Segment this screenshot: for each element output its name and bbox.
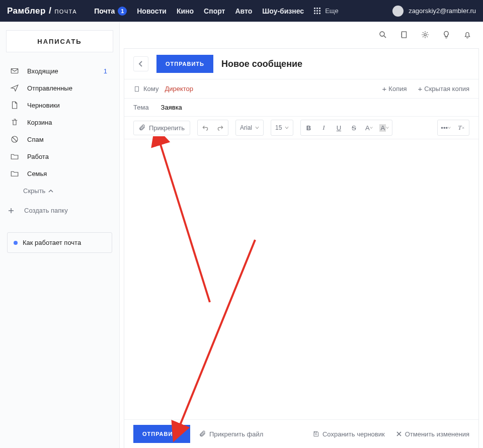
nav-news[interactable]: Новости [137,7,167,15]
avatar[interactable] [392,6,404,17]
bulb-icon[interactable] [442,30,451,41]
clear-format-button[interactable]: T× [454,120,469,135]
create-folder[interactable]: Создать папку [0,200,119,221]
folder-spam[interactable]: Спам [2,131,117,148]
folder-label: Работа [27,153,49,160]
gear-icon[interactable] [421,30,430,41]
font-family-select[interactable]: Arial [236,120,263,135]
create-folder-label: Создать папку [24,207,68,214]
nav-show[interactable]: Шоу-бизнес [262,7,304,15]
send-icon [10,83,19,93]
dot-icon [14,241,18,245]
composer-head: ОТПРАВИТЬ Новое сообщение [124,49,478,79]
help-box[interactable]: Как работает почта [7,232,112,253]
folder-family[interactable]: Семья [2,165,117,182]
logo-main: Рамблер [7,6,46,16]
save-draft-link[interactable]: Сохранить черновик [312,430,385,438]
plus-icon [8,208,14,214]
to-value[interactable]: Директор [165,85,193,93]
folder-label: Черновики [27,102,60,109]
cc-link[interactable]: +Копия [382,84,407,93]
strike-button[interactable]: S [346,120,361,135]
chevron-up-icon [48,189,53,194]
bold-button[interactable]: B [301,120,316,135]
top-nav: Почта 1 Новости Кино Спорт Авто Шоу-бизн… [94,7,304,16]
folder-inbox[interactable]: Входящие 1 [2,62,117,79]
attach-label: Прикрепить [149,124,185,132]
nav-more-label: Еще [325,7,338,15]
svg-rect-9 [11,69,18,73]
folder-trash[interactable]: Корзина [2,114,117,131]
to-label: Кому [133,85,158,93]
nav-mail-label: Почта [94,7,115,15]
more-toolbar-button[interactable]: ••• [438,120,454,135]
underline-button[interactable]: U [331,120,346,135]
envelope-icon [10,66,19,75]
paperclip-icon [199,430,206,437]
folder-label: Входящие [27,67,58,75]
send-button-bottom[interactable]: ОТПРАВИТЬ [133,425,190,443]
util-row [120,22,483,48]
folder-icon [10,152,19,161]
font-size-select[interactable]: 15 [271,120,293,135]
chevron-left-icon [137,60,144,67]
send-button-top[interactable]: ОТПРАВИТЬ [156,55,213,73]
top-right: zagorskiy2@rambler.ru [392,6,476,17]
editor-toolbar: Прикрепить Arial 15 B I U S A [124,116,478,139]
bell-icon[interactable] [463,30,472,41]
nav-mail-badge: 1 [118,7,127,16]
folder-label: Корзина [27,119,52,126]
svg-rect-0 [314,8,315,9]
text-color-button[interactable]: A [361,120,376,135]
bcc-link[interactable]: +Скрытая копия [418,84,469,93]
chevron-down-icon [255,126,259,130]
folder-label: Отправленные [27,84,72,92]
nav-sport[interactable]: Спорт [204,7,225,15]
folder-work[interactable]: Работа [2,148,117,165]
compose-button[interactable]: НАПИСАТЬ [6,30,113,52]
sidebar: НАПИСАТЬ Входящие 1 Отправленные Чернови… [0,22,120,448]
chevron-down-icon [386,126,389,129]
italic-button[interactable]: I [316,120,331,135]
folder-label: Спам [27,136,44,143]
svg-point-11 [380,32,384,36]
main: ОТПРАВИТЬ Новое сообщение Кому Директор … [120,22,483,448]
undo-button[interactable] [198,120,213,135]
redo-button[interactable] [213,120,228,135]
row-to: Кому Директор +Копия +Скрытая копия [124,79,478,99]
user-email[interactable]: zagorskiy2@rambler.ru [409,7,476,15]
nav-more[interactable]: Еще [314,7,338,15]
editor-area[interactable] [124,139,478,419]
folder-sent[interactable]: Отправленные [2,79,117,97]
nav-kino[interactable]: Кино [177,7,194,15]
subject-input[interactable] [161,104,246,111]
svg-rect-5 [319,10,320,12]
book-icon [133,85,140,93]
collapse-folders[interactable]: Скрыть [0,182,119,200]
nav-auto[interactable]: Авто [235,7,252,15]
svg-line-16 [175,240,255,438]
folder-drafts[interactable]: Черновики [2,97,117,114]
svg-rect-1 [316,8,318,9]
topbar: Рамблер / ПОЧТА Почта 1 Новости Кино Спо… [0,0,483,22]
spam-icon [10,135,19,144]
svg-rect-3 [314,10,315,12]
logo[interactable]: Рамблер / ПОЧТА [7,6,77,16]
bg-color-button[interactable]: A [376,120,392,135]
back-button[interactable] [133,56,148,71]
row-subject: Тема [124,99,478,116]
attach-button[interactable]: Прикрепить [133,121,190,135]
svg-rect-6 [314,13,315,14]
chevron-down-icon [448,126,451,129]
help-label: Как работает почта [23,239,81,246]
nav-mail[interactable]: Почта 1 [94,7,127,16]
svg-rect-2 [319,8,320,9]
trash-icon [10,118,19,127]
cancel-link[interactable]: Отменить изменения [396,430,469,438]
redo-icon [217,124,224,131]
search-icon[interactable] [378,30,387,41]
contacts-icon[interactable] [399,30,409,41]
svg-rect-7 [316,13,318,14]
attach-file-link[interactable]: Прикрепить файл [199,430,263,438]
close-icon [396,431,402,437]
